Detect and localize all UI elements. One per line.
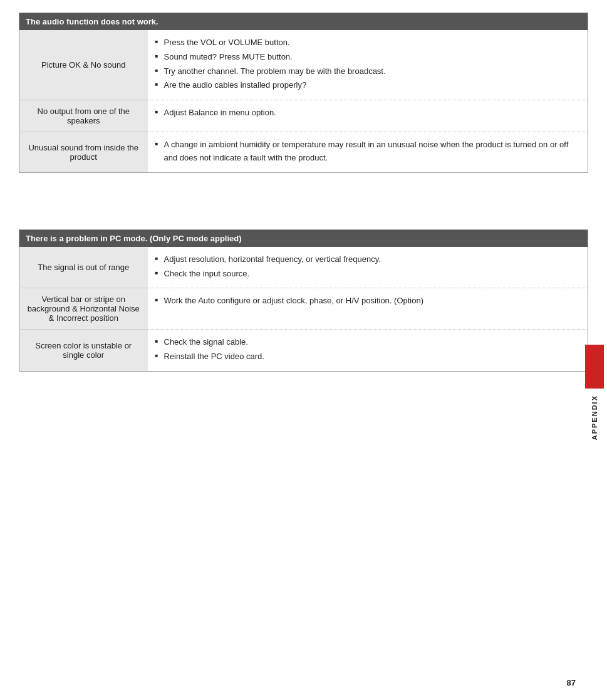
solution-item: Press the VOL or VOLUME button. [155, 36, 581, 50]
pc-solution-cell-1: Adjust resolution, horizontal frequency,… [148, 247, 588, 288]
solution-item: Adjust Balance in menu option. [155, 107, 581, 120]
pc-issue-cell-3: Screen color is unstable or single color [19, 330, 148, 372]
solution-item: Reinstall the PC video card. [155, 350, 581, 363]
solution-item: Work the Auto configure or adjust clock,… [155, 295, 581, 308]
pc-solution-cell-3: Check the signal cable. Reinstall the PC… [148, 330, 588, 372]
appendix-red-bar [585, 345, 604, 389]
solution-item: Adjust resolution, horizontal frequency,… [155, 253, 581, 266]
appendix-sidebar: APPENDIX [582, 345, 607, 440]
pc-issue-cell-1: The signal is out of range [19, 247, 148, 288]
issue-cell-2: No output from one of the speakers [19, 100, 148, 132]
pc-solution-cell-2: Work the Auto configure or adjust clock,… [148, 288, 588, 330]
pc-issue-cell-2: Vertical bar or stripe on background & H… [19, 288, 148, 330]
pc-trouble-table: There is a problem in PC mode. (Only PC … [19, 229, 588, 372]
pc-table-header: There is a problem in PC mode. (Only PC … [19, 229, 588, 247]
audio-table-header: The audio function does not work. [19, 13, 588, 31]
solution-item: Check the signal cable. [155, 336, 581, 349]
audio-trouble-table: The audio function does not work. Pictur… [19, 13, 588, 173]
issue-cell-3: Unusual sound from inside the product [19, 132, 148, 173]
solution-cell-2: Adjust Balance in menu option. [148, 100, 588, 132]
solution-item: A change in ambient humidity or temperat… [155, 138, 581, 165]
solution-cell-1: Press the VOL or VOLUME button. Sound mu… [148, 30, 588, 100]
solution-item: Are the audio cables installed properly? [155, 79, 581, 92]
appendix-label: APPENDIX [591, 395, 598, 440]
solution-item: Sound muted? Press MUTE button. [155, 51, 581, 64]
page-number: 87 [567, 678, 576, 687]
solution-cell-3: A change in ambient humidity or temperat… [148, 132, 588, 173]
solution-item: Try another channel. The problem may be … [155, 65, 581, 78]
issue-cell-1: Picture OK & No sound [19, 30, 148, 100]
solution-item: Check the input source. [155, 268, 581, 281]
